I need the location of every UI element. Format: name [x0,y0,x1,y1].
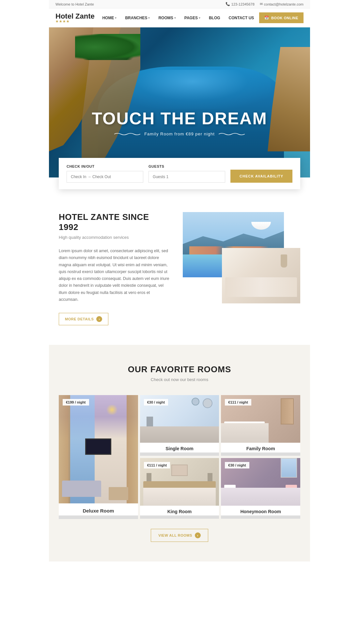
deluxe-table [109,487,128,500]
checkin-field: Check In/Out [67,164,143,183]
deluxe-tv [85,438,111,455]
room-card-family[interactable]: €111 / night Family Room [221,395,300,456]
hero-subtitle: Family Room from €89 per night [144,131,215,136]
phone-contact: 📞 123-12345678 [226,2,255,6]
rooms-subtitle: Check out now our best rooms [59,377,300,382]
checkin-input[interactable] [67,171,143,183]
deluxe-curtain-right [127,395,138,503]
family-room-name: Family Room [221,443,300,452]
arrow-right-icon: › [195,532,201,538]
honeymoon-room-name: Honeymoon Room [221,506,300,515]
deluxe-chandelier [105,405,118,415]
king-artwork [171,465,188,476]
main-nav: HOME ▾ BRANCHES ▾ ROOMS ▾ PAGES ▾ BLOG C… [99,12,304,23]
chevron-down-icon: ▾ [148,16,150,20]
room-card-deluxe[interactable]: €199 / night Deluxe Room [59,395,138,519]
single-bed [140,426,219,443]
email-icon: ✉ [260,2,263,6]
about-body: Lorem ipsum dolor sit amet, consectetuer… [59,248,170,303]
honeymoon-bed [221,488,300,506]
logo-stars: ★★★★ [55,20,95,23]
honeymoon-window [281,458,297,478]
room-image-deluxe [59,395,138,503]
king-bed [143,488,216,506]
chevron-down-icon: ▾ [115,16,117,20]
single-clock [203,398,212,408]
rooms-grid: €199 / night Deluxe Room €30 / night Sin… [59,395,300,519]
about-section: HOTEL ZANTE SINCE 1992 High quality acco… [49,189,310,345]
about-image-room [222,248,300,303]
nav-contact[interactable]: CONTACT US [226,14,258,22]
chevron-down-icon: ▾ [174,16,176,20]
room-bed [225,277,297,297]
header: Hotel Zante ★★★★ HOME ▾ BRANCHES ▾ ROOMS… [49,8,310,27]
room-card-honeymoon[interactable]: €30 / night Honeymoon Room [221,458,300,519]
view-all-wrapper: VIEW ALL ROOMS › [59,529,300,542]
king-room-name: King Room [140,506,219,515]
family-door [281,398,294,424]
view-all-rooms-button[interactable]: VIEW ALL ROOMS › [151,529,208,542]
top-bar: Welcome to Hotel Zante 📞 123-12345678 ✉ … [49,0,310,8]
room-card-king[interactable]: €111 / night King Room [140,458,219,519]
hero-trees [75,34,140,60]
rooms-header: OUR FAVORITE ROOMS Check out now our bes… [59,364,300,382]
deluxe-sofa [62,481,101,497]
arrow-right-icon: › [96,316,102,322]
checkin-label: Check In/Out [67,164,143,168]
deluxe-room-name: Deluxe Room [59,503,138,515]
hero-waves: Family Room from €89 per night [49,131,310,136]
logo-name: Hotel Zante [55,12,95,20]
wave-line-right [219,132,245,136]
logo[interactable]: Hotel Zante ★★★★ [55,13,95,23]
about-subtitle: High quality accommodation services [59,235,170,240]
chevron-down-icon: ▾ [199,16,200,20]
single-price-badge: €30 / night [144,399,168,406]
nav-rooms[interactable]: ROOMS ▾ [155,14,179,22]
nav-blog[interactable]: BLOG [206,14,224,22]
phone-icon: 📞 [226,2,230,6]
phone-number: 123-12345678 [231,2,255,6]
hero-content: TOUCH THE DREAM Family Room from €89 per… [49,109,310,138]
check-availability-button[interactable]: CHECK AVAILABILITY [230,170,292,183]
honeymoon-price-badge: €30 / night [225,462,249,468]
welcome-text: Welcome to Hotel Zante [55,2,94,6]
nav-pages[interactable]: PAGES ▾ [181,14,204,22]
rooms-section: OUR FAVORITE ROOMS Check out now our bes… [49,345,310,561]
wave-line-left [114,132,140,136]
contact-info: 📞 123-12345678 ✉ contact@hotelzante.com [226,2,304,6]
calendar-icon: 📅 [264,16,269,20]
guests-field: Guests [148,164,225,183]
hero-section: TOUCH THE DREAM Family Room from €89 per… [49,27,310,177]
email-address: contact@hotelzante.com [264,2,304,6]
about-title: HOTEL ZANTE SINCE 1992 [59,212,170,232]
more-details-button[interactable]: MORE DETAILS › [59,313,108,325]
book-online-button[interactable]: 📅 BOOK ONLINE [259,12,304,23]
family-bed [221,423,269,443]
about-text: HOTEL ZANTE SINCE 1992 High quality acco… [59,212,170,325]
booking-bar: Check In/Out Guests CHECK AVAILABILITY [59,158,300,189]
hero-title: TOUCH THE DREAM [49,109,310,128]
guests-input[interactable] [148,171,225,183]
king-price-badge: €111 / night [144,462,170,468]
family-price-badge: €111 / night [225,399,251,406]
single-room-name: Single Room [140,443,219,452]
about-images [183,212,300,303]
nav-home[interactable]: HOME ▾ [99,14,120,22]
deluxe-price-badge: €199 / night [63,399,89,406]
email-contact: ✉ contact@hotelzante.com [260,2,304,6]
rooms-title: OUR FAVORITE ROOMS [59,364,300,375]
room-card-single[interactable]: €30 / night Single Room [140,395,219,456]
guests-label: Guests [148,164,225,168]
room-vase [281,254,287,268]
single-clock-2 [192,398,199,406]
nav-branches[interactable]: BRANCHES ▾ [122,14,153,22]
